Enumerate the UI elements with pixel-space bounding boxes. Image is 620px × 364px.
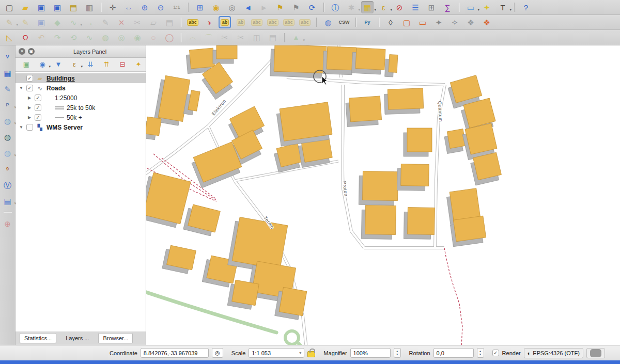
- map-tips-button[interactable]: ✦: [481, 1, 493, 13]
- layer-checkbox[interactable]: ✓: [35, 104, 41, 111]
- add-raster-layer-button[interactable]: ▦: [2, 67, 14, 79]
- tab-layers[interactable]: Layers ...: [61, 334, 93, 343]
- plugin-installed-button[interactable]: ❖: [464, 16, 477, 28]
- touch-zoom-button[interactable]: ⊕: [2, 217, 14, 230]
- highlight-pinned-labels-button[interactable]: ab: [235, 16, 247, 28]
- open-project-button[interactable]: ▰: [19, 1, 32, 13]
- rotation-stepper[interactable]: ▲▼: [477, 348, 484, 358]
- measure-button[interactable]: ▭: [464, 1, 477, 13]
- plugin-add-button[interactable]: ❖: [481, 16, 493, 28]
- remove-layer-button[interactable]: ⊟: [117, 59, 128, 70]
- manage-map-themes-button[interactable]: ◉: [37, 59, 48, 70]
- layer-labeling-button[interactable]: abc: [187, 16, 199, 28]
- current-edits-button[interactable]: ✎: [3, 16, 16, 28]
- cut-features-button[interactable]: ✂: [131, 16, 144, 28]
- new-virtual-layer-button[interactable]: ▤: [2, 195, 14, 207]
- show-bookmarks-button[interactable]: ⚑: [290, 1, 302, 13]
- node-tool-button[interactable]: ✎: [99, 16, 112, 28]
- render-checkbox[interactable]: ✓: [492, 350, 499, 356]
- save-layer-edits-button[interactable]: ▣: [35, 16, 48, 28]
- messages-button[interactable]: [586, 348, 605, 358]
- sep[interactable]: [187, 1, 190, 13]
- offset-curve-button[interactable]: ⌒: [203, 31, 215, 44]
- tab-statistics[interactable]: Statistics...: [20, 333, 56, 343]
- add-ring-button[interactable]: ◍: [99, 31, 112, 44]
- move-feature-button[interactable]: →: [83, 16, 96, 28]
- rotate-point-symbols-button[interactable]: ▲: [290, 31, 302, 44]
- map-canvas[interactable]: ElektronQuantumProtonTermo: [146, 45, 620, 345]
- save-project-button[interactable]: ▣: [35, 1, 48, 13]
- add-group-button[interactable]: ▣: [21, 59, 32, 70]
- mouse-position-icon[interactable]: ◎: [212, 348, 223, 358]
- sep[interactable]: [457, 1, 461, 13]
- identify-features-button[interactable]: ⓘ: [329, 1, 342, 13]
- expander-icon[interactable]: ▼: [19, 86, 24, 90]
- filter-legend-button[interactable]: ▼: [53, 59, 64, 70]
- rule-50k-plus[interactable]: ▶ ✓ 50k +: [16, 113, 146, 122]
- move-label-button[interactable]: abc: [267, 16, 279, 28]
- pan-to-selection-button[interactable]: ⇔: [122, 1, 135, 13]
- add-mssql-layer-button[interactable]: ◍: [2, 131, 14, 143]
- sep[interactable]: [179, 16, 183, 28]
- rule-25k-50k[interactable]: ▶ ✓ 25k to 50k: [16, 103, 146, 113]
- delete-part-button[interactable]: ◯: [163, 31, 176, 44]
- expander-icon[interactable]: ▶: [27, 105, 32, 110]
- zoom-to-selection-button[interactable]: ◉: [210, 1, 222, 13]
- close-panel-button[interactable]: ✕: [19, 48, 25, 55]
- filter-by-expression-button[interactable]: ε: [69, 59, 80, 70]
- expander-icon[interactable]: ▼: [19, 125, 24, 130]
- text-annotation-button[interactable]: T: [497, 1, 509, 13]
- expander-icon[interactable]: ▶: [27, 96, 32, 100]
- rule-1-25000[interactable]: ▶ ✓ 1:25000: [16, 93, 146, 103]
- copy-features-button[interactable]: ▱: [147, 16, 160, 28]
- layer-checkbox[interactable]: ✓: [35, 114, 41, 121]
- snapping-button[interactable]: Ω: [19, 31, 32, 44]
- pan-map-button[interactable]: ✛: [106, 1, 119, 13]
- layer-checkbox[interactable]: ✓: [35, 94, 41, 101]
- refresh-map-button[interactable]: ⟳: [306, 1, 318, 13]
- sep[interactable]: [315, 16, 318, 28]
- rotate-label-button[interactable]: abc: [283, 16, 295, 28]
- extent-select-button[interactable]: ▢: [400, 16, 413, 28]
- add-postgis-layer-button[interactable]: P: [2, 99, 14, 111]
- sep[interactable]: [179, 31, 183, 44]
- merge-features-button[interactable]: ◫: [251, 31, 263, 44]
- new-project-button[interactable]: ▢: [3, 1, 16, 13]
- open-attribute-table-button[interactable]: ☰: [409, 1, 422, 13]
- extent-frame-button[interactable]: ▭: [416, 16, 429, 28]
- float-panel-button[interactable]: ▣: [28, 48, 35, 55]
- sep[interactable]: [2, 211, 14, 214]
- run-feature-action-button[interactable]: ✱: [345, 1, 358, 13]
- sep[interactable]: [377, 16, 381, 28]
- fill-ring-button[interactable]: ◉: [131, 31, 144, 44]
- new-bookmark-button[interactable]: ⚑: [274, 1, 286, 13]
- csw-catalog-button[interactable]: CSW: [338, 16, 350, 28]
- paste-features-button[interactable]: ▤: [163, 16, 176, 28]
- toggle-editing-button[interactable]: ✎: [19, 16, 32, 28]
- sep[interactable]: [354, 16, 358, 28]
- field-calculator-button[interactable]: ⊞: [425, 1, 438, 13]
- layer-wms-server[interactable]: ▼ ▚ WMS Server: [16, 122, 146, 132]
- reshape-features-button[interactable]: ⌓: [187, 31, 199, 44]
- split-parts-button[interactable]: ✂: [235, 31, 247, 44]
- scale-combobox[interactable]: 1:1 053 ▾: [249, 348, 304, 358]
- zoom-to-layer-button[interactable]: ◎: [226, 1, 238, 13]
- coordinate-input[interactable]: 8.842076,-33.967039: [141, 348, 209, 358]
- add-circular-string-button[interactable]: ∿: [67, 16, 80, 28]
- simplify-feature-button[interactable]: ∿: [83, 31, 96, 44]
- expand-all-button[interactable]: ⇊: [85, 59, 96, 70]
- new-shapefile-layer-button[interactable]: Ⓥ: [2, 179, 14, 191]
- magic-wand-button[interactable]: ✧: [448, 16, 461, 28]
- zoom-last-button[interactable]: ◄: [242, 1, 254, 13]
- layer-checkbox[interactable]: [26, 124, 33, 131]
- zoom-full-button[interactable]: ⊞: [194, 1, 206, 13]
- sep[interactable]: [99, 1, 103, 13]
- help-button[interactable]: ?: [520, 1, 532, 13]
- zoom-native-button[interactable]: 1:1: [171, 1, 183, 13]
- new-print-composer-button[interactable]: ▤: [67, 1, 80, 13]
- add-oracle-layer-button[interactable]: 9: [2, 163, 14, 175]
- deselect-all-button[interactable]: ⊘: [393, 1, 406, 13]
- undo-button[interactable]: ↶: [35, 31, 48, 44]
- magnifier-stepper[interactable]: ▲▼: [394, 348, 401, 358]
- show-hide-labels-button[interactable]: abc: [251, 16, 263, 28]
